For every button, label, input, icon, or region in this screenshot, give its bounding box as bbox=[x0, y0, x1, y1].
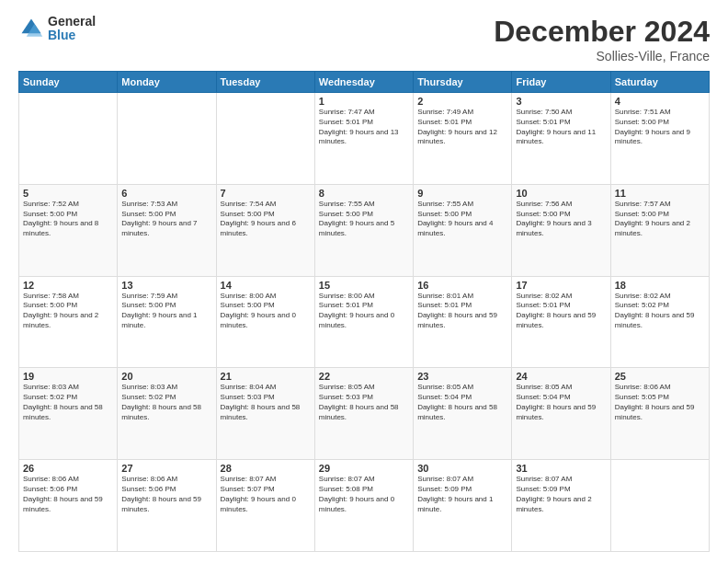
day-number: 26 bbox=[23, 463, 113, 474]
calendar-body: 1Sunrise: 7:47 AMSunset: 5:01 PMDaylight… bbox=[19, 93, 710, 552]
col-friday: Friday bbox=[512, 72, 610, 93]
calendar-cell: 4Sunrise: 7:51 AMSunset: 5:00 PMDaylight… bbox=[610, 93, 709, 185]
day-number: 21 bbox=[221, 371, 311, 382]
day-info: Sunrise: 8:07 AMSunset: 5:09 PMDaylight:… bbox=[417, 475, 507, 514]
day-number: 20 bbox=[121, 371, 211, 382]
day-number: 1 bbox=[319, 96, 409, 107]
page: General Blue December 2024 Sollies-Ville… bbox=[0, 0, 728, 563]
calendar-cell: 27Sunrise: 8:06 AMSunset: 5:06 PMDayligh… bbox=[118, 460, 216, 552]
calendar-cell: 10Sunrise: 7:56 AMSunset: 5:00 PMDayligh… bbox=[512, 184, 610, 276]
title-area: December 2024 Sollies-Ville, France bbox=[494, 15, 710, 63]
calendar-cell: 5Sunrise: 7:52 AMSunset: 5:00 PMDaylight… bbox=[19, 184, 118, 276]
day-info: Sunrise: 8:02 AMSunset: 5:01 PMDaylight:… bbox=[516, 292, 606, 331]
logo-blue-text: Blue bbox=[48, 29, 96, 42]
day-number: 2 bbox=[417, 96, 507, 107]
calendar-cell: 20Sunrise: 8:03 AMSunset: 5:02 PMDayligh… bbox=[118, 368, 216, 460]
day-info: Sunrise: 8:07 AMSunset: 5:07 PMDaylight:… bbox=[221, 475, 311, 514]
day-info: Sunrise: 7:56 AMSunset: 5:00 PMDaylight:… bbox=[516, 200, 606, 239]
day-info: Sunrise: 7:54 AMSunset: 5:00 PMDaylight:… bbox=[221, 200, 311, 239]
calendar-row: 5Sunrise: 7:52 AMSunset: 5:00 PMDaylight… bbox=[19, 184, 710, 276]
calendar-row: 19Sunrise: 8:03 AMSunset: 5:02 PMDayligh… bbox=[19, 368, 710, 460]
day-info: Sunrise: 7:57 AMSunset: 5:00 PMDaylight:… bbox=[615, 200, 705, 239]
day-number: 4 bbox=[615, 96, 705, 107]
calendar-cell: 24Sunrise: 8:05 AMSunset: 5:04 PMDayligh… bbox=[512, 368, 610, 460]
logo-icon bbox=[18, 16, 44, 41]
weekday-row: Sunday Monday Tuesday Wednesday Thursday… bbox=[19, 72, 710, 93]
calendar-cell bbox=[610, 460, 709, 552]
calendar-cell: 2Sunrise: 7:49 AMSunset: 5:01 PMDaylight… bbox=[414, 93, 512, 185]
logo-general-text: General bbox=[48, 15, 96, 29]
day-info: Sunrise: 8:07 AMSunset: 5:08 PMDaylight:… bbox=[319, 475, 409, 514]
calendar-cell: 26Sunrise: 8:06 AMSunset: 5:06 PMDayligh… bbox=[19, 460, 118, 552]
header: General Blue December 2024 Sollies-Ville… bbox=[18, 15, 710, 63]
calendar-cell: 14Sunrise: 8:00 AMSunset: 5:00 PMDayligh… bbox=[216, 276, 314, 368]
day-info: Sunrise: 8:05 AMSunset: 5:04 PMDaylight:… bbox=[516, 383, 606, 422]
calendar-cell: 7Sunrise: 7:54 AMSunset: 5:00 PMDaylight… bbox=[216, 184, 314, 276]
logo: General Blue bbox=[18, 15, 96, 43]
day-number: 14 bbox=[221, 280, 311, 291]
day-info: Sunrise: 8:00 AMSunset: 5:00 PMDaylight:… bbox=[221, 292, 311, 331]
calendar-cell bbox=[118, 93, 216, 185]
day-info: Sunrise: 8:03 AMSunset: 5:02 PMDaylight:… bbox=[23, 383, 113, 422]
day-info: Sunrise: 7:47 AMSunset: 5:01 PMDaylight:… bbox=[319, 108, 409, 147]
calendar-row: 12Sunrise: 7:58 AMSunset: 5:00 PMDayligh… bbox=[19, 276, 710, 368]
calendar-cell: 11Sunrise: 7:57 AMSunset: 5:00 PMDayligh… bbox=[610, 184, 709, 276]
location: Sollies-Ville, France bbox=[494, 49, 710, 63]
day-number: 12 bbox=[23, 280, 113, 291]
day-info: Sunrise: 7:50 AMSunset: 5:01 PMDaylight:… bbox=[516, 108, 606, 147]
day-number: 17 bbox=[516, 280, 606, 291]
calendar-cell: 23Sunrise: 8:05 AMSunset: 5:04 PMDayligh… bbox=[414, 368, 512, 460]
day-number: 31 bbox=[516, 463, 606, 474]
day-number: 29 bbox=[319, 463, 409, 474]
day-info: Sunrise: 8:00 AMSunset: 5:01 PMDaylight:… bbox=[319, 292, 409, 331]
day-info: Sunrise: 7:59 AMSunset: 5:00 PMDaylight:… bbox=[121, 292, 211, 331]
logo-text: General Blue bbox=[48, 15, 96, 43]
calendar-row: 1Sunrise: 7:47 AMSunset: 5:01 PMDaylight… bbox=[19, 93, 710, 185]
calendar-cell: 16Sunrise: 8:01 AMSunset: 5:01 PMDayligh… bbox=[414, 276, 512, 368]
day-number: 30 bbox=[417, 463, 507, 474]
month-title: December 2024 bbox=[494, 15, 710, 49]
calendar-cell: 28Sunrise: 8:07 AMSunset: 5:07 PMDayligh… bbox=[216, 460, 314, 552]
day-info: Sunrise: 8:05 AMSunset: 5:04 PMDaylight:… bbox=[417, 383, 507, 422]
calendar-cell bbox=[216, 93, 314, 185]
day-info: Sunrise: 8:07 AMSunset: 5:09 PMDaylight:… bbox=[516, 475, 606, 514]
day-number: 15 bbox=[319, 280, 409, 291]
day-info: Sunrise: 8:06 AMSunset: 5:06 PMDaylight:… bbox=[23, 475, 113, 514]
calendar-header: Sunday Monday Tuesday Wednesday Thursday… bbox=[19, 72, 710, 93]
day-info: Sunrise: 7:58 AMSunset: 5:00 PMDaylight:… bbox=[23, 292, 113, 331]
col-thursday: Thursday bbox=[414, 72, 512, 93]
calendar-cell: 9Sunrise: 7:55 AMSunset: 5:00 PMDaylight… bbox=[414, 184, 512, 276]
day-info: Sunrise: 8:06 AMSunset: 5:06 PMDaylight:… bbox=[121, 475, 211, 514]
calendar: Sunday Monday Tuesday Wednesday Thursday… bbox=[18, 71, 710, 552]
day-info: Sunrise: 7:51 AMSunset: 5:00 PMDaylight:… bbox=[615, 108, 705, 147]
day-number: 13 bbox=[121, 280, 211, 291]
calendar-cell: 18Sunrise: 8:02 AMSunset: 5:02 PMDayligh… bbox=[610, 276, 709, 368]
day-number: 22 bbox=[319, 371, 409, 382]
day-info: Sunrise: 8:03 AMSunset: 5:02 PMDaylight:… bbox=[121, 383, 211, 422]
day-info: Sunrise: 7:52 AMSunset: 5:00 PMDaylight:… bbox=[23, 200, 113, 239]
day-number: 6 bbox=[121, 188, 211, 199]
calendar-cell: 15Sunrise: 8:00 AMSunset: 5:01 PMDayligh… bbox=[314, 276, 413, 368]
col-saturday: Saturday bbox=[610, 72, 709, 93]
day-number: 19 bbox=[23, 371, 113, 382]
calendar-cell: 6Sunrise: 7:53 AMSunset: 5:00 PMDaylight… bbox=[118, 184, 216, 276]
calendar-cell: 25Sunrise: 8:06 AMSunset: 5:05 PMDayligh… bbox=[610, 368, 709, 460]
col-wednesday: Wednesday bbox=[314, 72, 413, 93]
calendar-cell: 3Sunrise: 7:50 AMSunset: 5:01 PMDaylight… bbox=[512, 93, 610, 185]
day-number: 25 bbox=[615, 371, 705, 382]
day-number: 16 bbox=[417, 280, 507, 291]
day-number: 18 bbox=[615, 280, 705, 291]
day-number: 23 bbox=[417, 371, 507, 382]
calendar-cell: 29Sunrise: 8:07 AMSunset: 5:08 PMDayligh… bbox=[314, 460, 413, 552]
calendar-table: Sunday Monday Tuesday Wednesday Thursday… bbox=[18, 71, 710, 552]
calendar-cell: 12Sunrise: 7:58 AMSunset: 5:00 PMDayligh… bbox=[19, 276, 118, 368]
calendar-row: 26Sunrise: 8:06 AMSunset: 5:06 PMDayligh… bbox=[19, 460, 710, 552]
calendar-cell: 17Sunrise: 8:02 AMSunset: 5:01 PMDayligh… bbox=[512, 276, 610, 368]
day-info: Sunrise: 7:53 AMSunset: 5:00 PMDaylight:… bbox=[121, 200, 211, 239]
calendar-cell: 31Sunrise: 8:07 AMSunset: 5:09 PMDayligh… bbox=[512, 460, 610, 552]
day-number: 27 bbox=[121, 463, 211, 474]
day-info: Sunrise: 7:55 AMSunset: 5:00 PMDaylight:… bbox=[319, 200, 409, 239]
day-number: 9 bbox=[417, 188, 507, 199]
day-number: 10 bbox=[516, 188, 606, 199]
calendar-cell: 19Sunrise: 8:03 AMSunset: 5:02 PMDayligh… bbox=[19, 368, 118, 460]
